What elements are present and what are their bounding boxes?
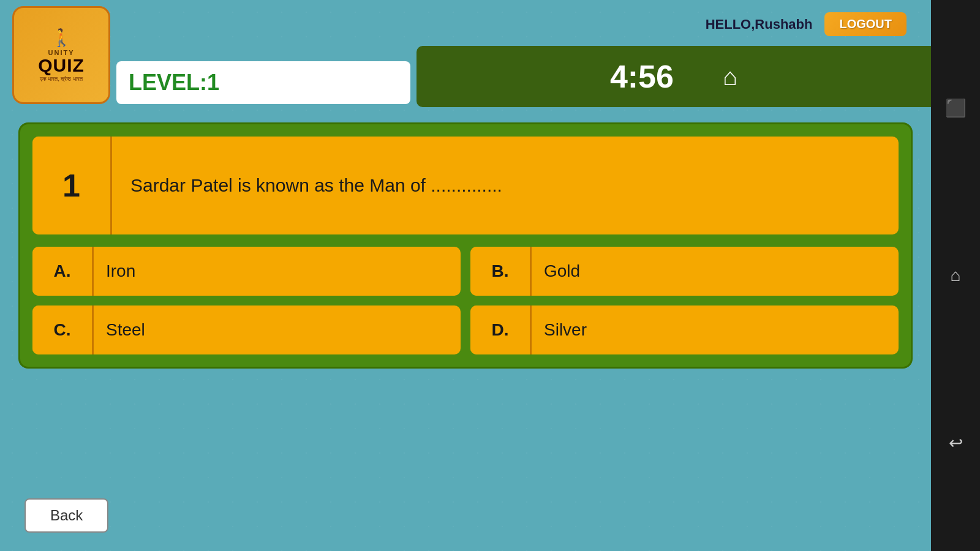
- answer-option-a[interactable]: A. Iron: [32, 247, 461, 296]
- right-sidebar: ⬛ ⌂ ↩: [931, 0, 980, 551]
- logo-figure: 🚶: [51, 28, 72, 48]
- user-bar: HELLO,Rushabh LOGOUT: [706, 12, 907, 36]
- timer-display: 4:56: [610, 58, 674, 95]
- answer-letter-d: D.: [470, 305, 532, 354]
- answer-text-c: Steel: [94, 305, 461, 354]
- rectangle-icon[interactable]: ⬛: [945, 98, 967, 118]
- question-block: 1 Sardar Patel is known as the Man of ..…: [32, 137, 899, 234]
- timer-bar: 4:56 ⌂: [417, 46, 931, 107]
- answer-letter-c: C.: [32, 305, 94, 354]
- logo-quiz-text: QUIZ: [38, 56, 85, 75]
- question-text-area: Sardar Patel is known as the Man of ....…: [112, 137, 899, 234]
- level-bar: LEVEL:1: [116, 61, 410, 104]
- answer-option-c[interactable]: C. Steel: [32, 305, 461, 354]
- logo: 🚶 UNITY QUIZ एक भारत, श्रेष्ठ भारत: [12, 6, 110, 104]
- logo-tagline-text: एक भारत, श्रेष्ठ भारत: [40, 76, 83, 83]
- answer-text-d: Silver: [532, 305, 899, 354]
- back-arrow-icon[interactable]: ↩: [949, 433, 963, 453]
- answers-grid: A. Iron B. Gold C. Steel: [32, 247, 899, 354]
- question-text: Sardar Patel is known as the Man of ....…: [130, 175, 502, 196]
- answer-letter-a: A.: [32, 247, 94, 296]
- answer-letter-b: B.: [470, 247, 532, 296]
- home-icon[interactable]: ⌂: [723, 63, 737, 91]
- main-area: 🚶 UNITY QUIZ एक भारत, श्रेष्ठ भारत HELLO…: [0, 0, 931, 551]
- answer-option-d[interactable]: D. Silver: [470, 305, 899, 354]
- hello-text: HELLO,Rushabh: [706, 17, 813, 32]
- answer-option-b[interactable]: B. Gold: [470, 247, 899, 296]
- question-number: 1: [32, 137, 112, 234]
- home-outline-icon[interactable]: ⌂: [951, 266, 961, 285]
- answer-text-b: Gold: [532, 247, 899, 296]
- back-button[interactable]: Back: [24, 498, 108, 533]
- level-label: LEVEL:1: [129, 70, 219, 96]
- quiz-card: 1 Sardar Patel is known as the Man of ..…: [18, 122, 913, 369]
- answer-text-a: Iron: [94, 247, 461, 296]
- logout-button[interactable]: LOGOUT: [824, 12, 907, 36]
